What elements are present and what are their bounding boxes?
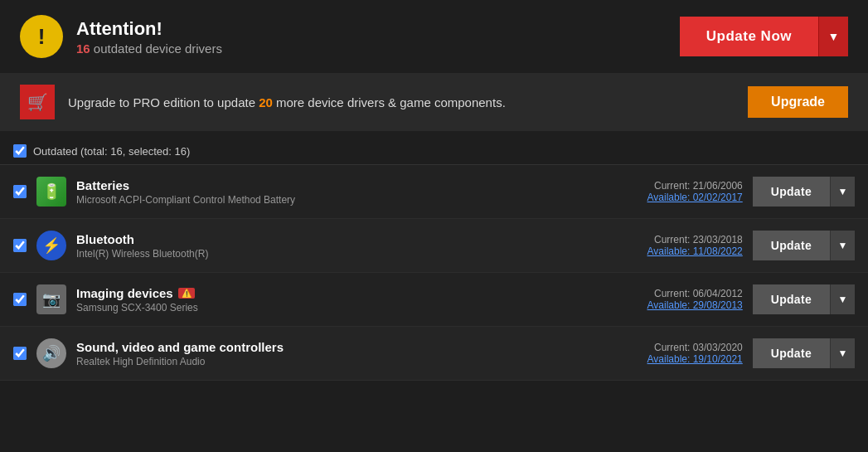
attention-title: Attention!: [76, 18, 222, 40]
driver-info-batteries: Batteries Microsoft ACPI-Compliant Contr…: [76, 178, 584, 206]
update-btn-group-sound: Update ▼: [753, 338, 855, 368]
driver-sub-sound: Realtek High Definition Audio: [76, 356, 584, 367]
driver-version-batteries: Current: 21/06/2006 Available: 02/02/201…: [594, 180, 743, 203]
update-btn-group-bluetooth: Update ▼: [753, 231, 855, 260]
row-checkbox-sound[interactable]: [13, 347, 27, 360]
conflict-badge-imaging: ⚠️: [178, 288, 195, 299]
chevron-down-icon: ▼: [838, 348, 848, 359]
driver-name-sound: Sound, video and game controllers: [76, 340, 584, 354]
update-dropdown-batteries[interactable]: ▼: [830, 177, 855, 207]
promo-count: 20: [259, 95, 273, 109]
driver-sub-bluetooth: Intel(R) Wireless Bluetooth(R): [76, 248, 584, 260]
available-version-sound[interactable]: Available: 19/10/2021: [594, 353, 743, 365]
row-checkbox-batteries[interactable]: [13, 185, 27, 198]
driver-version-imaging: Current: 06/04/2012 Available: 29/08/201…: [594, 288, 743, 311]
available-version-bluetooth[interactable]: Available: 11/08/2022: [594, 245, 743, 257]
chevron-down-icon: ▼: [838, 294, 848, 305]
driver-version-sound: Current: 03/03/2020 Available: 19/10/202…: [594, 342, 743, 365]
update-btn-group-imaging: Update ▼: [753, 284, 855, 314]
driver-list: 🔋 Batteries Microsoft ACPI-Compliant Con…: [0, 165, 868, 381]
attention-icon: !: [20, 15, 63, 58]
promo-cart-icon: 🛒: [20, 85, 55, 119]
update-dropdown-sound[interactable]: ▼: [830, 338, 855, 368]
filter-label: Outdated (total: 16, selected: 16): [33, 145, 190, 158]
driver-sub-imaging: Samsung SCX-3400 Series: [76, 302, 584, 313]
row-checkbox-imaging[interactable]: [13, 293, 27, 306]
upgrade-button[interactable]: Upgrade: [748, 86, 848, 118]
promo-banner: 🛒 Upgrade to PRO edition to update 20 mo…: [0, 73, 868, 131]
table-row: ⚡ Bluetooth Intel(R) Wireless Bluetooth(…: [0, 219, 868, 273]
table-row: 🔊 Sound, video and game controllers Real…: [0, 327, 868, 381]
available-version-batteries[interactable]: Available: 02/02/2017: [594, 192, 743, 203]
table-row: 🔋 Batteries Microsoft ACPI-Compliant Con…: [0, 165, 868, 219]
promo-suffix: more device drivers & game components.: [273, 95, 506, 109]
promo-prefix: Upgrade to PRO edition to update: [68, 95, 259, 109]
driver-info-imaging: Imaging devices ⚠️ Samsung SCX-3400 Seri…: [76, 286, 584, 313]
driver-name-bluetooth: Bluetooth: [76, 232, 584, 246]
bluetooth-icon: ⚡: [36, 231, 66, 260]
imaging-icon: 📷: [36, 284, 66, 314]
driver-version-bluetooth: Current: 23/03/2018 Available: 11/08/202…: [594, 234, 743, 257]
current-version-bluetooth: Current: 23/03/2018: [594, 234, 743, 245]
header-text: Attention! 16 outdated device drivers: [76, 18, 222, 56]
header: ! Attention! 16 outdated device drivers …: [0, 0, 868, 73]
update-dropdown-bluetooth[interactable]: ▼: [830, 231, 855, 260]
update-now-button[interactable]: Update Now: [680, 17, 818, 56]
update-now-dropdown-button[interactable]: ▼: [818, 17, 848, 56]
table-row: 📷 Imaging devices ⚠️ Samsung SCX-3400 Se…: [0, 273, 868, 327]
outdated-count-text: outdated device drivers: [94, 41, 222, 56]
available-version-imaging[interactable]: Available: 29/08/2013: [594, 299, 743, 311]
outdated-subtitle: 16 outdated device drivers: [76, 41, 222, 56]
chevron-down-icon: ▼: [838, 240, 848, 251]
update-btn-group-batteries: Update ▼: [753, 177, 855, 207]
row-checkbox-bluetooth[interactable]: [13, 239, 27, 252]
update-button-sound[interactable]: Update: [753, 338, 830, 368]
battery-icon: 🔋: [36, 177, 66, 207]
current-version-batteries: Current: 21/06/2006: [594, 180, 743, 192]
current-version-imaging: Current: 06/04/2012: [594, 288, 743, 299]
promo-text: Upgrade to PRO edition to update 20 more…: [68, 95, 735, 109]
header-left: ! Attention! 16 outdated device drivers: [20, 15, 222, 58]
chevron-down-icon: ▼: [828, 30, 840, 43]
driver-info-bluetooth: Bluetooth Intel(R) Wireless Bluetooth(R): [76, 232, 584, 260]
update-button-batteries[interactable]: Update: [753, 177, 830, 207]
filter-row: Outdated (total: 16, selected: 16): [0, 138, 868, 165]
filter-all-checkbox[interactable]: [13, 144, 27, 158]
sound-icon: 🔊: [36, 338, 66, 368]
driver-info-sound: Sound, video and game controllers Realte…: [76, 340, 584, 367]
update-now-wrapper: Update Now ▼: [680, 17, 848, 56]
driver-sub-batteries: Microsoft ACPI-Compliant Control Method …: [76, 194, 584, 206]
driver-name-imaging: Imaging devices ⚠️: [76, 286, 584, 300]
current-version-sound: Current: 03/03/2020: [594, 342, 743, 353]
update-dropdown-imaging[interactable]: ▼: [830, 284, 855, 314]
outdated-count-number: 16: [76, 41, 90, 56]
update-button-imaging[interactable]: Update: [753, 284, 830, 314]
update-button-bluetooth[interactable]: Update: [753, 231, 830, 260]
chevron-down-icon: ▼: [838, 186, 848, 197]
driver-name-batteries: Batteries: [76, 178, 584, 192]
